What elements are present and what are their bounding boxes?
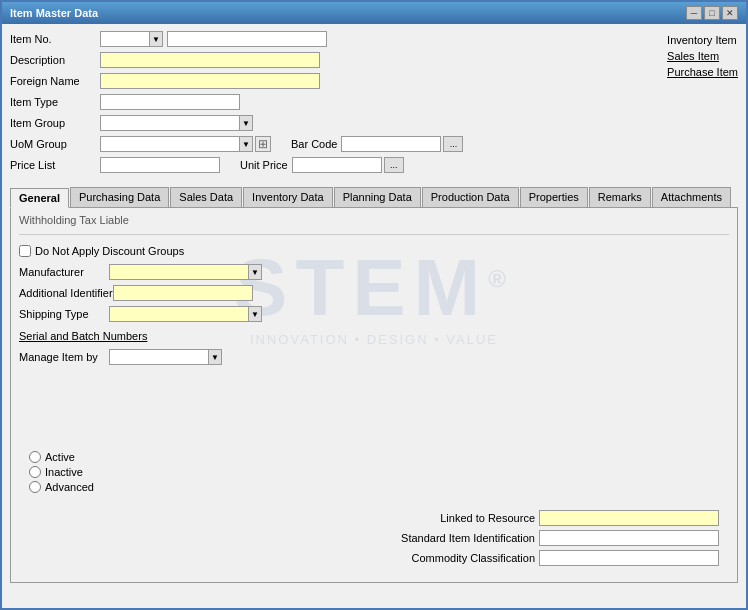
right-form: Inventory Item Sales Item Purchase Item — [667, 30, 738, 177]
bar-code-btn[interactable]: ... — [443, 136, 463, 152]
price-list-label: Price List — [10, 159, 100, 171]
window-controls: ─ □ ✕ — [686, 6, 738, 20]
shipping-type-dropdown[interactable]: ▼ — [248, 306, 262, 322]
manufacturer-label: Manufacturer — [19, 266, 109, 278]
tab-production[interactable]: Production Data — [422, 187, 519, 207]
sales-item-row: Sales Item — [667, 50, 738, 62]
item-type-row: Item Type — [10, 93, 637, 111]
foreign-name-label: Foreign Name — [10, 75, 100, 87]
item-group-label: Item Group — [10, 117, 100, 129]
linked-resource-input[interactable] — [539, 510, 719, 526]
serial-batch-label: Serial and Batch Numbers — [19, 330, 159, 342]
header-fields: Item No. ▼ Description Foreign Name — [10, 30, 738, 177]
item-no-dropdown[interactable]: ▼ — [149, 31, 163, 47]
inactive-radio[interactable] — [29, 466, 41, 478]
active-label: Active — [45, 451, 75, 463]
price-list-input[interactable]: Gross Price — [100, 157, 220, 173]
item-no-input[interactable] — [100, 31, 150, 47]
close-button[interactable]: ✕ — [722, 6, 738, 20]
description-row: Description — [10, 51, 637, 69]
additional-id-input[interactable] — [113, 285, 253, 301]
unit-price-btn[interactable]: ... — [384, 157, 404, 173]
commodity-label: Commodity Classification — [385, 552, 535, 564]
serial-batch-row: Serial and Batch Numbers — [19, 327, 729, 345]
foreign-name-input[interactable] — [100, 73, 320, 89]
item-no-row: Item No. ▼ — [10, 30, 637, 48]
unit-price-label: Unit Price — [240, 159, 288, 171]
item-type-input[interactable] — [100, 94, 240, 110]
tab-attachments[interactable]: Attachments — [652, 187, 731, 207]
shipping-type-label: Shipping Type — [19, 308, 109, 320]
price-list-row: Price List Gross Price Unit Price Primar… — [10, 156, 637, 174]
uom-group-label: UoM Group — [10, 138, 100, 150]
radio-group: Active Inactive Advanced — [29, 451, 94, 496]
tab-remarks[interactable]: Remarks — [589, 187, 651, 207]
item-group-row: Item Group ▼ — [10, 114, 637, 132]
uom-group-input[interactable] — [100, 136, 240, 152]
discount-groups-row: Do Not Apply Discount Groups — [19, 245, 729, 257]
discount-groups-checkbox[interactable] — [19, 245, 31, 257]
standard-item-row: Standard Item Identification — [385, 530, 719, 546]
general-content: Withholding Tax Liable Do Not Apply Disc… — [19, 214, 729, 576]
bar-code-input[interactable] — [341, 136, 441, 152]
foreign-name-row: Foreign Name — [10, 72, 637, 90]
advanced-radio[interactable] — [29, 481, 41, 493]
withholding-tax-label: Withholding Tax Liable — [19, 214, 129, 226]
commodity-row: Commodity Classification — [385, 550, 719, 566]
withholding-tax-text: Withholding Tax Liable — [19, 214, 729, 226]
manage-item-input[interactable]: None — [109, 349, 209, 365]
tab-content: STEM® INNOVATION • DESIGN • VALUE Withho… — [10, 208, 738, 583]
manufacturer-dropdown[interactable]: ▼ — [248, 264, 262, 280]
content-inner: Withholding Tax Liable Do Not Apply Disc… — [19, 214, 729, 366]
item-type-label: Item Type — [10, 96, 100, 108]
description-label: Description — [10, 54, 100, 66]
purchase-item-row: Purchase Item — [667, 66, 738, 78]
divider — [19, 234, 729, 235]
tab-sales[interactable]: Sales Data — [170, 187, 242, 207]
description-input[interactable] — [100, 52, 320, 68]
maximize-button[interactable]: □ — [704, 6, 720, 20]
window-title: Item Master Data — [10, 7, 98, 19]
uom-separator-icon[interactable]: ⊞ — [255, 136, 271, 152]
item-group-dropdown[interactable]: ▼ — [239, 115, 253, 131]
uom-group-row: UoM Group ▼ ⊞ Bar Code ... — [10, 135, 637, 153]
tab-properties[interactable]: Properties — [520, 187, 588, 207]
active-radio-row: Active — [29, 451, 94, 463]
inventory-item-row: Inventory Item — [667, 34, 738, 46]
tab-planning[interactable]: Planning Data — [334, 187, 421, 207]
form-area: Item No. ▼ Description Foreign Name — [2, 24, 746, 183]
main-window: Item Master Data ─ □ ✕ Item No. ▼ — [0, 0, 748, 610]
inactive-label: Inactive — [45, 466, 83, 478]
linked-resource-row: Linked to Resource — [385, 510, 719, 526]
advanced-radio-row: Advanced — [29, 481, 94, 493]
purchase-item-label: Purchase Item — [667, 66, 738, 78]
additional-id-label: Additional Identifier — [19, 287, 113, 299]
shipping-type-input[interactable] — [109, 306, 249, 322]
item-no-value[interactable] — [167, 31, 327, 47]
active-radio[interactable] — [29, 451, 41, 463]
tab-purchasing[interactable]: Purchasing Data — [70, 187, 169, 207]
tabs-bar: General Purchasing Data Sales Data Inven… — [10, 187, 738, 208]
title-bar: Item Master Data ─ □ ✕ — [2, 2, 746, 24]
tab-general[interactable]: General — [10, 188, 69, 208]
uom-group-dropdown[interactable]: ▼ — [239, 136, 253, 152]
manufacturer-input[interactable] — [109, 264, 249, 280]
manage-item-dropdown[interactable]: ▼ — [208, 349, 222, 365]
linked-resource-label: Linked to Resource — [385, 512, 535, 524]
minimize-button[interactable]: ─ — [686, 6, 702, 20]
standard-item-input[interactable] — [539, 530, 719, 546]
item-no-label: Item No. — [10, 33, 100, 45]
commodity-input[interactable] — [539, 550, 719, 566]
tab-inventory[interactable]: Inventory Data — [243, 187, 333, 207]
advanced-label: Advanced — [45, 481, 94, 493]
inventory-item-label: Inventory Item — [667, 34, 737, 46]
item-group-input[interactable] — [100, 115, 240, 131]
manufacturer-row: Manufacturer ▼ — [19, 263, 729, 281]
sales-item-label: Sales Item — [667, 50, 719, 62]
bottom-fields: Linked to Resource Standard Item Identif… — [385, 510, 719, 566]
additional-id-row: Additional Identifier — [19, 284, 729, 302]
unit-price-currency[interactable]: Primary Curren — [292, 157, 382, 173]
shipping-type-row: Shipping Type ▼ — [19, 305, 729, 323]
manage-item-label: Manage Item by — [19, 351, 109, 363]
inactive-radio-row: Inactive — [29, 466, 94, 478]
